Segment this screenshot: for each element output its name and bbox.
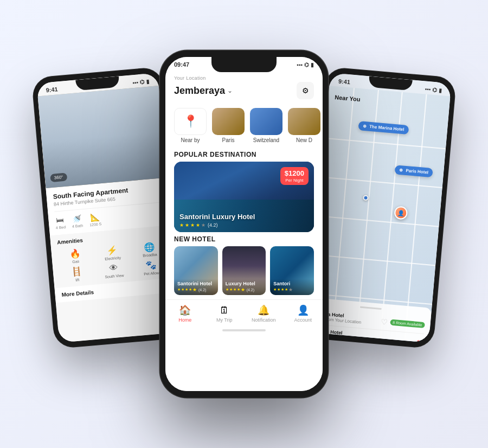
road-h4 (314, 254, 435, 266)
popular-card[interactable]: $1200 Per Night Santorini Luxury Hotel ★… (174, 162, 314, 232)
c0s2: ★ (181, 287, 184, 292)
right-time: 9:41 (338, 78, 351, 86)
location-name-row: Jemberaya ⌄ (174, 85, 233, 97)
badge-360[interactable]: 360° (50, 172, 67, 182)
bed-label: 4 Bed (56, 225, 66, 230)
center-signal-icon: ▪▪▪ (297, 62, 303, 68)
popular-section-title: POPULAR DESTINATION (165, 148, 323, 162)
card0-name: Santorini Hotel (177, 281, 215, 286)
new-hotel-grid: Santorini Hotel ★ ★ ★ ★ ★ (4.2) (165, 246, 323, 295)
new-label: New D (296, 137, 312, 143)
card1-overlay: Luxury Hotel ★ ★ ★ ★ ★ (4.2) (222, 279, 266, 295)
right-wifi-icon: ⌬ (432, 86, 438, 93)
amenities-grid: 🔥 Gas ⚡ Electricity 🌐 Broadba 🪜 (57, 240, 169, 283)
center-wifi-icon: ⌬ (304, 62, 309, 68)
hotel-card-0[interactable]: Santorini Hotel ★ ★ ★ ★ ★ (4.2) (174, 246, 218, 295)
c2s1: ★ (273, 287, 277, 292)
center-notch (211, 57, 277, 72)
nav-account[interactable]: 👤 Account (290, 304, 317, 323)
home-indicator (165, 329, 323, 334)
card2-stars: ★ ★ ★ ★ ★ (273, 287, 311, 292)
elec-label: Electricity (105, 255, 121, 261)
heart-button-0[interactable]: ♡ (381, 317, 388, 327)
center-screen: 09:47 ▪▪▪ ⌬ ▮ Your Location Jemberaya ⌄ (165, 57, 323, 391)
bed-icon: 🛏 (56, 215, 64, 225)
battery-icon: ▮ (146, 78, 150, 84)
popular-rating: (4.2) (208, 222, 218, 228)
filter-button[interactable]: ⚙ (297, 82, 314, 99)
card0-stars: ★ ★ ★ ★ ★ (4.2) (177, 287, 215, 292)
home-indicator-bar (222, 329, 266, 331)
nav-mytrip[interactable]: 🗓 My Trip (211, 305, 238, 323)
new-thumb (288, 108, 320, 135)
hero-image: 360° (38, 86, 167, 188)
size-icon: 📐 (90, 213, 100, 222)
card1-rating: (4.2) (247, 288, 254, 292)
amenity-south: 👁 South View (97, 262, 132, 280)
filter-icon: ⚙ (302, 86, 309, 95)
price-amount: $1200 (285, 169, 304, 178)
c0s4: ★ (189, 287, 192, 292)
nav-home[interactable]: 🏠 Home (171, 304, 198, 323)
hotel-card-1[interactable]: Luxury Hotel ★ ★ ★ ★ ★ (4.2) (222, 246, 266, 295)
bath-icon: 🚿 (72, 214, 82, 223)
paris-thumb (212, 108, 245, 135)
avail-badge-0: 8 Room Available (390, 319, 425, 329)
star5-empty: ★ (201, 222, 206, 228)
location-name: Jemberaya (174, 85, 225, 97)
star4-half: ★ (196, 222, 200, 228)
broad-label: Broadba (143, 253, 157, 258)
size-label: 1200 S (89, 222, 102, 227)
right-screen: 9:41 ▪▪▪ ⌬ ▮ (308, 73, 452, 343)
right-battery-icon: ▮ (439, 87, 442, 93)
center-status-icons: ▪▪▪ ⌬ ▮ (297, 62, 314, 68)
c1s4: ★ (237, 287, 240, 292)
card0-overlay: Santorini Hotel ★ ★ ★ ★ ★ (4.2) (174, 279, 218, 295)
c2s2: ★ (277, 287, 280, 292)
couch-bg (38, 86, 167, 188)
switz-thumb (250, 108, 282, 135)
category-nearby[interactable]: 📍 Near by (174, 108, 207, 143)
center-time: 09:47 (174, 61, 189, 68)
star2: ★ (185, 222, 189, 228)
price-badge: $1200 Per Night (280, 167, 309, 185)
marina-pin-label: The Marina Hotel (369, 124, 404, 132)
nav-notif[interactable]: 🔔 Notification (250, 304, 277, 323)
road-h3 (318, 215, 439, 227)
notif-label: Notification (252, 317, 276, 323)
signal-icon: ▪▪▪ (132, 79, 139, 86)
bath-label: 4 Bath (72, 223, 84, 228)
drag-handle (360, 306, 382, 310)
c1s2: ★ (229, 287, 233, 292)
header-section: Your Location Jemberaya ⌄ ⚙ (165, 70, 323, 104)
mytrip-label: My Trip (216, 317, 233, 323)
dropdown-arrow-icon[interactable]: ⌄ (227, 87, 233, 94)
c1s3: ★ (233, 287, 236, 292)
popular-card-info: Santorini Luxury Hotel ★ ★ ★ ★ ★ (4.2) (179, 213, 255, 228)
spec-bath: 🚿 4 Bath (71, 214, 83, 228)
category-paris[interactable]: Paris (212, 108, 245, 143)
specs-row: 🛏 4 Bed 🚿 4 Bath 📐 1200 S (54, 202, 164, 229)
view-icon: 👁 (109, 263, 119, 273)
nearby-label: Near by (181, 137, 200, 143)
lift-label: lift (75, 278, 80, 282)
home-icon: 🏠 (179, 304, 191, 316)
category-new[interactable]: New D (288, 108, 320, 143)
category-switz[interactable]: Switzeland (250, 108, 282, 143)
spec-bed: 🛏 4 Bed (55, 215, 66, 229)
your-location-label: Your Location (174, 75, 314, 81)
card1-name: Luxury Hotel (226, 281, 263, 286)
bottom-nav: 🏠 Home 🗓 My Trip 🔔 Notification 👤 Accoun… (165, 299, 323, 329)
spec-size: 📐 1200 S (88, 212, 101, 227)
hotel-card-2[interactable]: Santori ★ ★ ★ ★ ★ (270, 246, 314, 295)
broad-icon: 🌐 (143, 241, 155, 253)
category-scroll: 📍 Near by Paris Switzeland New D (165, 104, 323, 148)
left-content: 9:41 ▪▪▪ ⌬ ▮ 360° South Facing Apartment… (37, 73, 181, 343)
hotel-actions-0: ♡ 8 Room Available (381, 317, 425, 330)
heart-button-1[interactable]: ❤ (416, 337, 423, 342)
c2s5: ★ (288, 287, 293, 292)
amenity-gas: 🔥 Gas (57, 247, 93, 265)
map-area[interactable]: Near You The Marina Hotel Paris Hotel 👤 (308, 86, 451, 343)
popular-hotel-name: Santorini Luxury Hotel (179, 213, 255, 221)
paris-label: Paris (222, 137, 235, 143)
